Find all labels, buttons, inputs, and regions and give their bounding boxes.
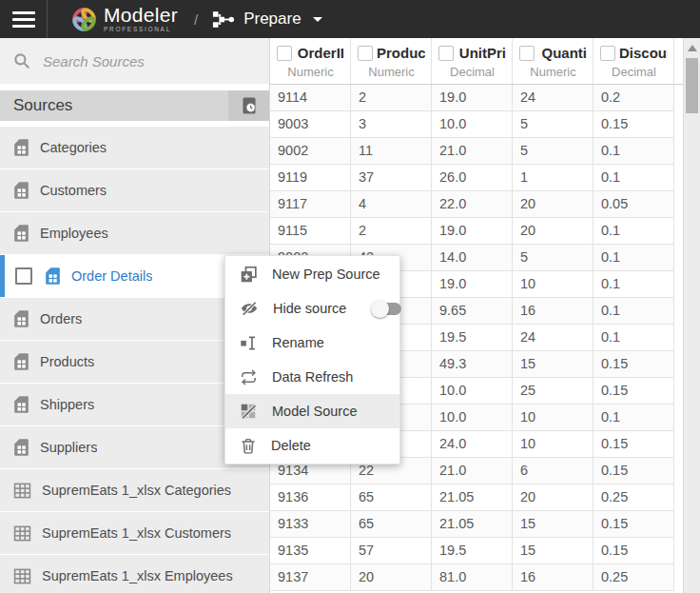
source-context-menu: New Prep SourceHide sourceRenameData Ref… [224, 255, 400, 465]
table-cell: 10.0 [432, 378, 513, 405]
data-refresh-schedule-button[interactable] [228, 90, 269, 121]
column-name: OrderII [298, 45, 344, 61]
search-bar [0, 38, 269, 84]
sources-section-header: Sources [0, 90, 269, 121]
table-cell: 1 [513, 165, 593, 191]
sidebar-item-label: Orders [40, 311, 82, 326]
hamburger-menu-button[interactable] [12, 8, 35, 31]
table-cell: 0.1 [593, 245, 674, 271]
column-checkbox[interactable] [438, 46, 454, 61]
eye-off-icon [240, 299, 259, 318]
sheet-grid-icon [13, 482, 31, 500]
table-cell: 3 [351, 111, 432, 138]
source-table-icon [13, 224, 29, 243]
column-checkbox[interactable] [277, 46, 292, 61]
menu-item-rename[interactable]: Rename [225, 326, 399, 360]
column-name: Produc [377, 45, 425, 61]
sidebar-item-employees[interactable]: Employees [0, 212, 269, 254]
search-icon [13, 52, 30, 69]
sidebar-item-label: Categories [40, 140, 107, 155]
table-cell: 21.0 [432, 138, 513, 165]
sidebar-item-customers[interactable]: Customers [0, 169, 269, 211]
menu-item-delete[interactable]: Delete [225, 428, 399, 463]
table-row: 9115219.0200.1 [270, 218, 683, 245]
menu-item-label: Delete [271, 438, 311, 453]
hide-source-toggle[interactable] [373, 303, 401, 315]
table-row: 91336521.05150.15 [270, 511, 683, 538]
sidebar-item-label: Products [40, 354, 94, 369]
table-cell: 9003 [270, 111, 351, 138]
table-cell: 0.15 [593, 458, 674, 484]
table-cell: 37 [351, 165, 432, 191]
table-cell: 0.15 [593, 431, 674, 458]
table-row: 91193726.010.1 [270, 165, 683, 191]
breadcrumb-separator: / [194, 11, 198, 28]
table-cell: 2 [351, 218, 432, 245]
app-logo: Modeler PROFESSIONAL [71, 5, 178, 33]
column-type: Numeric [277, 65, 344, 79]
table-cell: 19.0 [432, 85, 513, 111]
menu-item-new-prep-source[interactable]: New Prep Source [225, 257, 399, 291]
table-header-row: OrderIINumericProducNumericUnitPriDecima… [270, 38, 683, 85]
sidebar-item-supremeats-1-xlsx-customers[interactable]: SupremEats 1_xlsx Customers [0, 512, 269, 554]
scroll-up-icon[interactable] [688, 45, 697, 51]
table-cell: 9136 [270, 484, 351, 511]
rename-icon [240, 334, 258, 352]
source-table-icon [13, 309, 29, 328]
table-row: 9114219.0240.2 [270, 85, 683, 111]
sidebar-item-categories[interactable]: Categories [0, 127, 269, 168]
view-selector[interactable]: Prepare [212, 10, 321, 29]
table-cell: 16 [513, 564, 593, 591]
table-cell: 9114 [270, 85, 351, 111]
table-row: 91372081.0160.25 [270, 564, 683, 591]
table-cell: 81.0 [432, 564, 513, 591]
table-cell: 20 [513, 218, 593, 245]
column-type: Numeric [358, 65, 425, 79]
table-cell: 25 [513, 378, 593, 405]
column-header-unitpri: UnitPriDecimal [432, 38, 513, 84]
table-cell: 0.15 [593, 351, 674, 378]
menu-item-hide-source[interactable]: Hide source [225, 291, 399, 326]
column-checkbox[interactable] [519, 46, 535, 61]
source-table-icon [13, 181, 29, 200]
app-title: Modeler [104, 5, 178, 25]
topbar-divider [47, 0, 48, 38]
scrollbar-thumb[interactable] [686, 58, 698, 113]
sidebar-item-supremeats-1-xlsx-categories[interactable]: SupremEats 1_xlsx Categories [0, 469, 269, 511]
sources-section-title: Sources [13, 96, 72, 115]
modeler-logo-icon [71, 7, 97, 32]
toggle-knob [371, 300, 389, 318]
table-cell: 0.15 [593, 111, 674, 138]
menu-item-model-source[interactable]: Model Source [225, 394, 399, 428]
search-input[interactable] [41, 52, 241, 70]
source-table-icon [45, 267, 61, 286]
table-cell: 14.0 [432, 245, 513, 271]
sidebar-item-label: Suppliers [40, 440, 97, 455]
table-cell: 4 [351, 191, 432, 218]
table-cell: 21.05 [432, 484, 513, 511]
source-table-icon [13, 138, 29, 157]
table-cell: 9119 [270, 165, 351, 191]
table-cell: 19.0 [432, 271, 513, 298]
column-checkbox[interactable] [600, 46, 615, 61]
table-cell: 9115 [270, 218, 351, 245]
sidebar-item-supremeats-1-xlsx-employees[interactable]: SupremEats 1_xlsx Employees [0, 555, 269, 593]
source-checkbox[interactable] [15, 267, 32, 285]
vertical-scrollbar[interactable] [683, 38, 700, 593]
table-cell: 0.15 [593, 378, 674, 405]
prepare-icon [212, 10, 235, 29]
table-cell: 24.0 [432, 431, 513, 458]
table-row: 91366521.05200.25 [270, 484, 683, 511]
menu-item-label: Hide source [273, 301, 346, 316]
table-cell: 49.3 [432, 351, 513, 378]
column-type: Decimal [600, 65, 668, 79]
column-checkbox[interactable] [358, 46, 373, 61]
sidebar-item-label: SupremEats 1_xlsx Employees [42, 568, 233, 583]
sidebar-item-label: Shippers [40, 397, 94, 412]
column-header-produc: ProducNumeric [351, 38, 432, 84]
menu-item-data-refresh[interactable]: Data Refresh [225, 360, 399, 394]
menu-item-label: Data Refresh [272, 369, 353, 385]
table-cell: 0.25 [593, 484, 674, 511]
table-cell: 0.1 [593, 298, 674, 325]
table-cell: 10.0 [432, 111, 513, 138]
